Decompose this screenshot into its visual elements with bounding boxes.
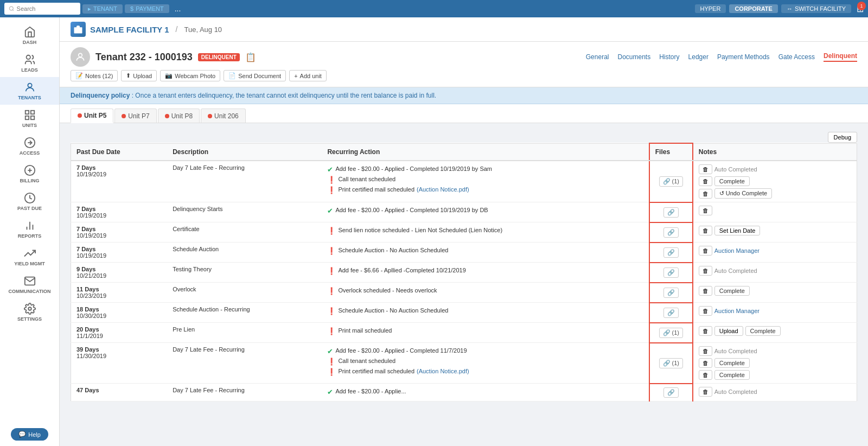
delete-note-btn[interactable]: 🗑 — [699, 266, 712, 276]
check-icon: ✔ — [327, 347, 333, 355]
table-row: 11 Days 10/23/2019 Overlock ❗ Overlock s… — [71, 283, 857, 303]
yield-mgmt-icon — [24, 247, 36, 259]
nav-gate-access[interactable]: Gate Access — [778, 53, 815, 61]
auction-manager-link-2[interactable]: Auction Manager — [714, 308, 760, 314]
delete-note-btn[interactable]: 🗑 — [699, 306, 712, 316]
sidebar-item-communication[interactable]: COMMUNICATION — [0, 271, 59, 298]
building-icon — [73, 24, 83, 34]
delete-note-btn-3[interactable]: 🗑 — [699, 370, 712, 380]
sidebar-item-yield-mgmt[interactable]: YIELD MGMT — [0, 243, 59, 271]
clipboard-icon[interactable]: 📋 — [245, 52, 256, 62]
notes-cell: 🗑 Auto Completed — [693, 384, 857, 402]
table-row: 39 Days 11/30/2019 Day 7 Late Fee - Recu… — [71, 343, 857, 384]
unit-tab-206[interactable]: Unit 206 — [201, 109, 246, 123]
sidebar-item-past-due[interactable]: PAST DUE — [0, 188, 59, 215]
auction-notice-link-2[interactable]: (Auction Notice.pdf) — [417, 368, 469, 374]
delete-note-btn[interactable]: 🗑 — [699, 346, 712, 356]
upload-action-btn[interactable]: Upload — [714, 326, 743, 336]
delete-note-btn-2[interactable]: 🗑 — [699, 358, 712, 368]
send-document-btn[interactable]: 📄 Send Document — [224, 70, 286, 81]
delete-note-btn[interactable]: 🗑 — [699, 286, 712, 296]
past-due-cell: 7 Days 10/19/2019 — [71, 222, 168, 243]
file-attach-btn[interactable]: 🔗 — [663, 387, 679, 398]
corporate-btn[interactable]: CORPORATE — [729, 4, 777, 13]
description-cell: Testing Theory — [167, 263, 322, 283]
complete-btn[interactable]: Complete — [745, 326, 781, 336]
warn-icon: ❗ — [327, 307, 336, 315]
tenant-name: Tenant 232 - 1000193 — [95, 52, 193, 63]
complete-btn[interactable]: Complete — [714, 286, 750, 296]
hyper-btn[interactable]: HYPER — [695, 4, 726, 13]
add-unit-btn[interactable]: + Add unit — [289, 70, 327, 81]
upload-btn[interactable]: ⬆ Upload — [121, 70, 157, 81]
check-icon: ✔ — [327, 388, 333, 396]
file-attach-btn[interactable]: 🔗 — [663, 247, 679, 258]
header-recurring-action: Recurring Action — [322, 143, 649, 161]
auto-completed-label: Auto Completed — [714, 388, 757, 395]
warn-icon: ❗ — [327, 227, 336, 235]
svg-point-2 — [28, 84, 31, 87]
delete-note-btn[interactable]: 🗑 — [699, 326, 712, 336]
table-row: 47 Days Day 7 Late Fee - Recurring ✔ Add… — [71, 384, 857, 402]
file-attach-btn[interactable]: 🔗 — [663, 227, 679, 238]
sidebar-item-access[interactable]: ACCESS — [0, 132, 59, 160]
file-attach-btn[interactable]: 🔗 — [663, 308, 679, 318]
file-attach-btn[interactable]: 🔗 — [663, 288, 679, 298]
warn-icon: ❗ — [327, 368, 336, 376]
past-due-cell: 11 Days 10/23/2019 — [71, 283, 168, 303]
table-row: 20 Days 11/1/2019 Pre Lien ❗ Print mail … — [71, 323, 857, 343]
file-attach-btn[interactable]: 🔗 (1) — [659, 328, 684, 338]
settings-label: SETTINGS — [17, 316, 42, 322]
sidebar-item-tenants[interactable]: TENANTS — [0, 77, 59, 105]
sidebar-item-dash[interactable]: DASH — [0, 22, 59, 49]
set-lien-date-btn[interactable]: Set Lien Date — [714, 226, 761, 235]
nav-payment-methods[interactable]: Payment Methods — [717, 53, 770, 61]
delete-note-btn[interactable]: 🗑 — [699, 164, 712, 174]
unit-tab-p5[interactable]: Unit P5 — [71, 109, 113, 123]
file-attach-btn[interactable]: 🔗 (1) — [659, 358, 684, 368]
search-box[interactable] — [4, 3, 80, 15]
complete-btn-2[interactable]: Complete — [714, 370, 750, 380]
payment-nav-btn[interactable]: $ PAYMENT — [125, 4, 169, 13]
unit-tab-dot-p5 — [78, 113, 82, 118]
complete-btn[interactable]: Complete — [714, 176, 750, 186]
file-attach-btn[interactable]: 🔗 — [663, 267, 679, 278]
auction-notice-link[interactable]: (Auction Notice.pdf) — [417, 186, 469, 193]
auction-manager-link[interactable]: Auction Manager — [714, 247, 760, 254]
sidebar-item-leads[interactable]: LEADS — [0, 49, 59, 77]
nav-ledger[interactable]: Ledger — [688, 53, 709, 61]
webcam-photo-btn[interactable]: 📷 Webcam Photo — [160, 70, 220, 81]
delete-note-btn[interactable]: 🗑 — [699, 246, 712, 256]
nav-delinquent[interactable]: Delinquent — [824, 52, 857, 62]
unit-tab-p8[interactable]: Unit P8 — [158, 109, 200, 123]
complete-btn[interactable]: Complete — [714, 358, 750, 368]
upload-icon: ⬆ — [126, 72, 131, 79]
delete-note-btn[interactable]: 🗑 — [699, 387, 712, 397]
nav-history[interactable]: History — [659, 53, 679, 61]
notes-btn[interactable]: 📝 Notes (12) — [71, 70, 118, 81]
more-nav-btn[interactable]: ... — [171, 4, 184, 13]
nav-documents[interactable]: Documents — [617, 53, 650, 61]
file-attach-btn[interactable]: 🔗 — [663, 207, 679, 218]
sidebar-item-reports[interactable]: REPORTS — [0, 215, 59, 243]
nav-general[interactable]: General — [586, 53, 609, 61]
delete-note-btn-2[interactable]: 🗑 — [699, 176, 712, 186]
undo-complete-btn[interactable]: ↺ Undo Complete — [714, 188, 773, 199]
table-row: 7 Days 10/19/2019 Day 7 Late Fee - Recur… — [71, 161, 857, 202]
delete-note-btn[interactable]: 🗑 — [699, 226, 712, 235]
delete-note-btn[interactable]: 🗑 — [699, 206, 712, 215]
search-input[interactable] — [17, 5, 76, 12]
switch-facility-btn[interactable]: ↔ SWITCH FACILITY — [781, 4, 851, 13]
delete-note-btn-3[interactable]: 🗑 — [699, 189, 712, 199]
unit-tab-p7[interactable]: Unit P7 — [114, 109, 156, 123]
help-button[interactable]: 💬 Help — [11, 428, 48, 441]
sidebar-item-settings[interactable]: SETTINGS — [0, 298, 59, 326]
file-attach-btn[interactable]: 🔗 (1) — [659, 176, 684, 187]
sidebar-item-units[interactable]: UNITS — [0, 105, 59, 132]
access-icon — [24, 137, 36, 149]
sidebar-item-billing[interactable]: BILLING — [0, 160, 59, 188]
notes-cell: 🗑 Auction Manager — [693, 303, 857, 323]
tenant-nav-btn[interactable]: ▸ TENANT — [82, 4, 123, 14]
debug-button[interactable]: Debug — [828, 132, 857, 143]
files-cell: 🔗 (1) — [649, 323, 693, 343]
